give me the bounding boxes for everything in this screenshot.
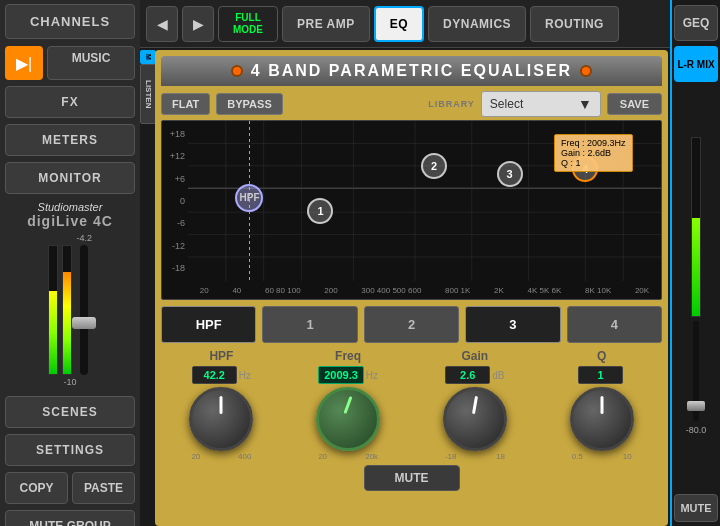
sidebar-fader-section: -4.2 -10 <box>48 233 92 387</box>
freq-knob[interactable] <box>316 387 380 451</box>
hpf-scale: 20 400 <box>191 452 251 461</box>
lr-mix-button[interactable]: L-R MIX <box>674 46 718 82</box>
q-value[interactable]: 1 <box>578 366 623 384</box>
library-select[interactable]: Select ▼ <box>481 91 601 117</box>
band-node-hpf[interactable]: HPF <box>235 184 263 212</box>
eq-indicator-left <box>231 65 243 77</box>
band-button-3[interactable]: 3 <box>465 306 560 343</box>
next-channel-button[interactable]: ▶ <box>182 6 214 42</box>
copy-button[interactable]: COPY <box>5 472 68 504</box>
logo-area: Studiomaster digiLive 4C <box>0 197 140 233</box>
sidebar-fader-handle[interactable] <box>72 317 96 329</box>
q-knob[interactable] <box>570 387 634 451</box>
hpf-control-group: HPF 42.2 Hz 20 400 <box>161 349 282 461</box>
band-node-4[interactable]: 4 <box>572 156 598 182</box>
hpf-knob-marker <box>220 396 223 414</box>
full-mode-button[interactable]: FULL MODE <box>218 6 278 42</box>
dynamics-button[interactable]: DYNAMICS <box>428 6 526 42</box>
sidebar-item-channels[interactable]: CHANNELS <box>5 4 135 39</box>
hpf-unit: Hz <box>239 370 251 381</box>
band-button-4[interactable]: 4 <box>567 306 662 343</box>
q-scale: 0.5 10 <box>572 452 632 461</box>
eq-x-labels: 20 40 60 80 100 200 300 400 500 600 800 … <box>188 281 661 299</box>
copy-paste-row: COPY PASTE <box>5 472 135 504</box>
freq-value[interactable]: 2009.3 <box>318 366 364 384</box>
library-row: FLAT BYPASS LIBRARY Select ▼ SAVE <box>161 91 662 117</box>
paste-button[interactable]: PASTE <box>72 472 135 504</box>
q-knob-marker <box>600 396 603 414</box>
sidebar-item-fx[interactable]: FX <box>5 86 135 118</box>
q-label: Q <box>597 349 606 363</box>
sidebar-fader-track[interactable] <box>80 245 88 375</box>
band-button-2[interactable]: 2 <box>364 306 459 343</box>
gain-value[interactable]: 2.6 <box>445 366 490 384</box>
q-control-group: Q 1 0.5 10 <box>541 349 662 461</box>
freq-label: Freq <box>335 349 361 363</box>
sidebar-item-settings[interactable]: SETTINGS <box>5 434 135 466</box>
eq-indicator-right <box>580 65 592 77</box>
band-button-1[interactable]: 1 <box>262 306 357 343</box>
right-mute-button[interactable]: MUTE <box>674 494 718 522</box>
pre-amp-button[interactable]: PRE AMP <box>282 6 370 42</box>
band-buttons-row: HPF 1 2 3 4 <box>161 306 662 343</box>
hpf-knob[interactable] <box>189 387 253 451</box>
eq-title: 4 BAND PARAMETRIC EQUALISER <box>251 62 572 80</box>
eq-y-labels: +18 +12 +6 0 -6 -12 -18 <box>162 121 188 281</box>
meter-fill-right <box>63 272 71 374</box>
right-fader-track[interactable] <box>693 321 699 421</box>
gain-control-group: Gain 2.6 dB -18 18 <box>415 349 536 461</box>
listen-button[interactable]: LISTEN <box>140 64 156 124</box>
sidebar-meter-area: -4.2 -10 <box>0 233 140 393</box>
top-navigation: ◀ ▶ FULL MODE PRE AMP EQ DYNAMICS ROUTIN… <box>140 0 670 48</box>
mute-group-button[interactable]: MUTE GROUP <box>5 510 135 526</box>
flat-button[interactable]: FLAT <box>161 93 210 115</box>
routing-button[interactable]: ROUTING <box>530 6 619 42</box>
hpf-value-display: 42.2 Hz <box>192 366 251 384</box>
hpf-label: HPF <box>209 349 233 363</box>
eq-graph: +18 +12 +6 0 -6 -12 -18 <box>161 120 662 300</box>
music-side-button[interactable]: M <box>140 50 156 64</box>
right-panel: GEQ L-R MIX -80.0 MUTE <box>670 0 720 526</box>
sidebar-item-monitor[interactable]: MONITOR <box>5 162 135 194</box>
music-button[interactable]: MUSIC <box>47 46 135 80</box>
gain-knob[interactable] <box>443 387 507 451</box>
meter-bar-left <box>48 245 58 375</box>
bypass-button[interactable]: BYPASS <box>216 93 282 115</box>
meter-fader-group <box>48 245 92 375</box>
bottom-mute-area: MUTE <box>161 465 662 491</box>
geq-button[interactable]: GEQ <box>674 5 718 41</box>
music-side-label: M <box>145 54 152 60</box>
band-node-3[interactable]: 3 <box>497 161 523 187</box>
freq-scale: 20 20k <box>318 452 378 461</box>
eq-controls-row: HPF 42.2 Hz 20 400 Freq 2009.3 Hz <box>161 349 662 461</box>
eq-button[interactable]: EQ <box>374 6 424 42</box>
prev-channel-button[interactable]: ◀ <box>146 6 178 42</box>
play-button[interactable]: ▶| <box>5 46 43 80</box>
right-fader-area: -80.0 <box>672 82 720 490</box>
gain-scale: -18 18 <box>445 452 505 461</box>
play-music-row: ▶| MUSIC <box>5 46 135 80</box>
save-button[interactable]: SAVE <box>607 93 662 115</box>
gain-knob-marker <box>472 396 478 414</box>
freq-knob-marker <box>344 396 353 414</box>
sidebar-item-scenes[interactable]: SCENES <box>5 396 135 428</box>
meter-bar-right <box>62 245 72 375</box>
q-value-display: 1 <box>578 366 625 384</box>
gain-unit: dB <box>492 370 504 381</box>
sidebar-item-meters[interactable]: METERS <box>5 124 135 156</box>
left-sidebar: CHANNELS ▶| MUSIC FX METERS MONITOR Stud… <box>0 0 140 526</box>
db-label-minus10: -10 <box>48 377 92 387</box>
band-node-1[interactable]: 1 <box>307 198 333 224</box>
band-button-hpf[interactable]: HPF <box>161 306 256 343</box>
right-meter-fader <box>691 137 701 421</box>
band-node-2[interactable]: 2 <box>421 153 447 179</box>
right-meter-fill <box>692 218 700 316</box>
db-label-minus42: -4.2 <box>48 233 92 243</box>
hpf-value[interactable]: 42.2 <box>192 366 237 384</box>
freq-unit: Hz <box>366 370 378 381</box>
eq-mute-button[interactable]: MUTE <box>364 465 460 491</box>
right-fader-handle[interactable] <box>687 401 705 411</box>
gain-label: Gain <box>462 349 489 363</box>
right-db-label: -80.0 <box>686 425 707 435</box>
gain-value-display: 2.6 dB <box>445 366 504 384</box>
